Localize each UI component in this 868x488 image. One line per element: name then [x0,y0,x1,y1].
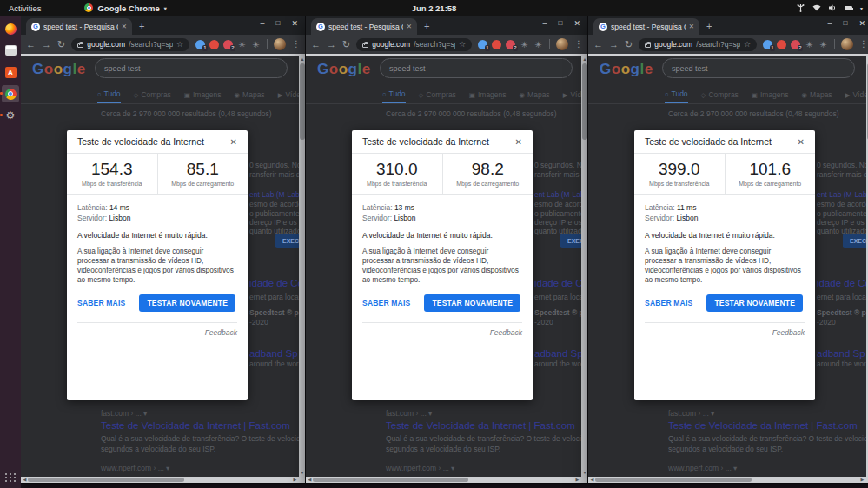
search-tab-vídeos[interactable]: ▶Vídeos [845,89,868,103]
search-tab-compras[interactable]: ◇Compras [701,89,739,103]
result-link-fastcom[interactable]: Teste de Velocidade da Internet | Fast.c… [668,420,858,431]
search-tab-tudo[interactable]: ○Tudo [97,89,121,103]
snowflake-extension-icon[interactable]: ✳ [805,40,814,49]
scroll-down-icon[interactable]: ▼ [299,469,306,477]
search-tab-mapas[interactable]: ◉Mapas [235,89,265,103]
search-tab-mapas[interactable]: ◉Mapas [520,89,550,103]
browser-window[interactable]: G speed test - Pesquisa Goo ✕ + – □ ✕ ← … [21,16,306,483]
horizontal-scrollbar[interactable]: ◀ ▶ [588,477,868,483]
new-tab-button[interactable]: + [139,22,144,31]
learn-more-button[interactable]: SABER MAIS [362,299,410,307]
red-extension-icon[interactable] [777,40,786,49]
blue-extension-icon[interactable]: 1 [763,40,772,49]
tab-close-icon[interactable]: ✕ [122,23,127,30]
adblock-extension-icon[interactable]: 2 [223,40,233,49]
search-tab-compras[interactable]: ◇Compras [419,89,456,103]
forward-button[interactable]: → [609,40,619,49]
scroll-down-icon[interactable]: ▼ [581,469,588,477]
browser-tab[interactable]: G speed test - Pesquisa Goo ✕ [593,18,699,35]
browser-window[interactable]: G speed test - Pesquisa Goo ✕ + – □ ✕ ← … [306,16,588,483]
new-tab-button[interactable]: + [706,22,712,31]
horizontal-scrollbar[interactable]: ◀ ▶ [306,477,588,483]
bookmark-star-icon[interactable]: ☆ [176,40,183,49]
search-tab-imagens[interactable]: ▣Imagens [184,89,222,103]
search-tab-tudo[interactable]: ○Tudo [665,89,688,103]
scroll-up-icon[interactable]: ▲ [581,56,588,63]
reload-button[interactable]: ↻ [342,40,350,49]
minimize-button[interactable]: – [261,18,265,29]
horizontal-scroll-thumb[interactable] [313,478,468,482]
maximize-button[interactable]: □ [844,18,848,29]
wifi-icon[interactable] [812,4,821,11]
system-tray[interactable]: ▾ [797,0,863,16]
bookmark-star-icon[interactable]: ☆ [459,40,466,49]
horizontal-scrollbar[interactable]: ◀ ▶ [21,477,306,483]
snowflake-extension-icon[interactable]: ✳ [237,40,247,49]
input-method-icon[interactable] [797,3,805,12]
battery-icon[interactable] [845,6,852,10]
address-bar[interactable]: google.com /search?q=spee... ☆ [356,38,472,51]
forward-button[interactable]: → [42,40,51,49]
back-button[interactable]: ← [26,40,36,49]
feedback-link[interactable]: Feedback [67,323,248,342]
close-button[interactable]: ✕ [858,18,865,29]
scroll-right-icon[interactable]: ▶ [573,477,581,483]
asterisk-extension-icon[interactable]: ✳ [818,40,828,49]
red-extension-icon[interactable] [209,40,219,49]
search-input[interactable]: speed test [95,58,288,78]
blue-extension-icon[interactable]: 1 [195,40,205,49]
scroll-right-icon[interactable]: ▶ [858,477,866,483]
minimize-button[interactable]: – [828,18,832,29]
vertical-scroll-thumb[interactable] [582,63,587,140]
reload-button[interactable]: ↻ [57,40,65,49]
dock-item-settings[interactable]: ⚙ [2,107,19,124]
adblock-extension-icon[interactable]: 2 [506,40,515,49]
search-tab-imagens[interactable]: ▣Imagens [469,89,507,103]
clock[interactable]: Jun 2 21:58 [412,3,457,13]
vertical-scrollbar[interactable]: ▲ ▼ [299,56,306,477]
dock-item-chrome[interactable] [2,85,19,102]
browser-window[interactable]: G speed test - Pesquisa Goo ✕ + – □ ✕ ← … [588,16,868,483]
address-bar[interactable]: google.com /search?q=spe... ☆ [639,38,757,51]
learn-more-button[interactable]: SABER MAIS [645,299,692,307]
profile-avatar[interactable] [841,38,853,50]
scroll-right-icon[interactable]: ▶ [291,477,299,483]
search-input[interactable]: speed test [662,58,855,78]
back-button[interactable]: ← [593,40,603,49]
minimize-button[interactable]: – [543,18,547,29]
new-tab-button[interactable]: + [424,22,429,31]
test-again-button[interactable]: TESTAR NOVAMENTE [706,294,803,312]
scroll-up-icon[interactable]: ▲ [299,56,306,63]
activities-button[interactable]: Activities [9,3,41,13]
browser-menu-icon[interactable]: ⋮ [859,40,868,49]
adblock-extension-icon[interactable]: 2 [791,40,800,49]
asterisk-extension-icon[interactable]: ✳ [251,40,261,49]
search-input[interactable]: speed test [380,58,573,78]
browser-menu-icon[interactable]: ⋮ [574,40,583,49]
search-tab-mapas[interactable]: ◉Mapas [802,89,832,103]
blue-extension-icon[interactable]: 1 [478,40,487,49]
feedback-link[interactable]: Feedback [352,323,533,342]
dialog-close-icon[interactable]: ✕ [798,137,805,147]
search-tab-tudo[interactable]: ○Tudo [382,89,406,103]
horizontal-scroll-thumb[interactable] [595,478,752,482]
profile-avatar[interactable] [274,38,286,50]
close-button[interactable]: ✕ [573,18,580,29]
dialog-close-icon[interactable]: ✕ [230,137,237,147]
dock-item-firefox[interactable] [2,20,19,37]
test-again-button[interactable]: TESTAR NOVAMENTE [139,294,235,312]
tab-close-icon[interactable]: ✕ [689,23,694,30]
asterisk-extension-icon[interactable]: ✳ [533,40,543,49]
result-link-fastcom[interactable]: Teste de Velocidade da Internet | Fast.c… [386,420,575,431]
red-extension-icon[interactable] [492,40,501,49]
feedback-link[interactable]: Feedback [634,323,815,342]
test-again-button[interactable]: TESTAR NOVAMENTE [424,294,520,312]
tab-close-icon[interactable]: ✕ [407,23,412,30]
dock-item-files[interactable] [2,42,19,59]
maximize-button[interactable]: □ [559,18,563,29]
vertical-scrollbar[interactable]: ▲ ▼ [581,56,588,477]
horizontal-scroll-thumb[interactable] [28,478,184,482]
show-applications-button[interactable] [5,473,17,482]
forward-button[interactable]: → [327,40,336,49]
learn-more-button[interactable]: SABER MAIS [77,299,125,307]
